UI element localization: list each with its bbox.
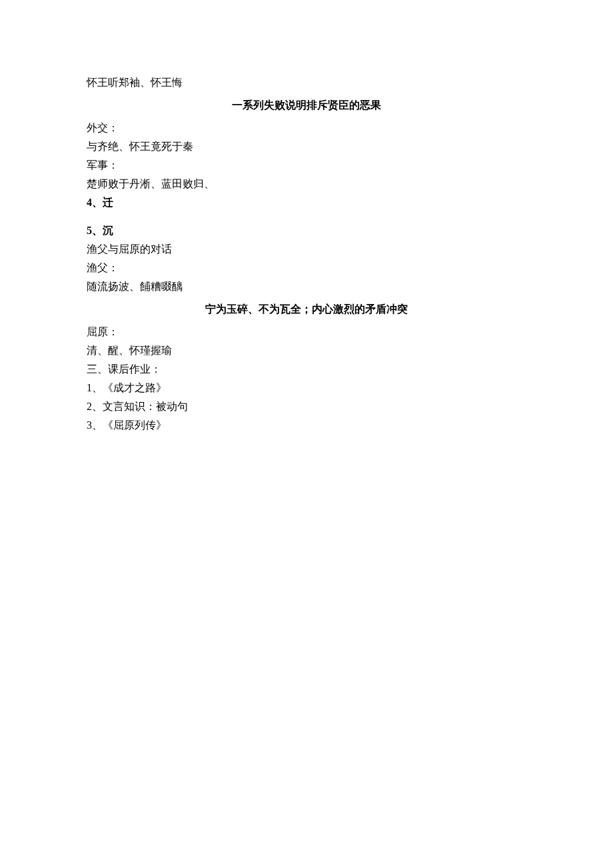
text-line-1: 怀王听郑袖、怀王悔 <box>87 73 526 92</box>
fisherman-dialogue-title: 渔父与屈原的对话 <box>87 240 526 259</box>
homework-item-2: 2、文言知识：被动句 <box>87 397 526 416</box>
quyuan-label: 屈原： <box>87 323 526 341</box>
homework-item-1: 1、《成才之路》 <box>87 379 526 397</box>
homework-item-3: 3、《屈原列传》 <box>87 416 526 435</box>
homework-title: 三、课后作业： <box>87 360 526 379</box>
diplomacy-label: 外交： <box>87 119 526 137</box>
section-4-heading: 4、迁 <box>87 193 526 212</box>
fisherman-label: 渔父： <box>87 259 526 277</box>
fisherman-text: 随流扬波、餔糟啜醨 <box>87 277 526 296</box>
heading-consequences: 一系列失败说明排斥贤臣的恶果 <box>87 96 526 115</box>
section-5-heading: 5、沉 <box>87 221 526 240</box>
heading-conflict: 宁为玉碎、不为瓦全；内心激烈的矛盾冲突 <box>87 300 526 319</box>
military-label: 军事： <box>87 156 526 175</box>
quyuan-text: 清、醒、怀瑾握瑜 <box>87 341 526 360</box>
diplomacy-text: 与齐绝、怀王竟死于秦 <box>87 137 526 156</box>
military-text: 楚师败于丹淅、蓝田败归、 <box>87 175 526 193</box>
